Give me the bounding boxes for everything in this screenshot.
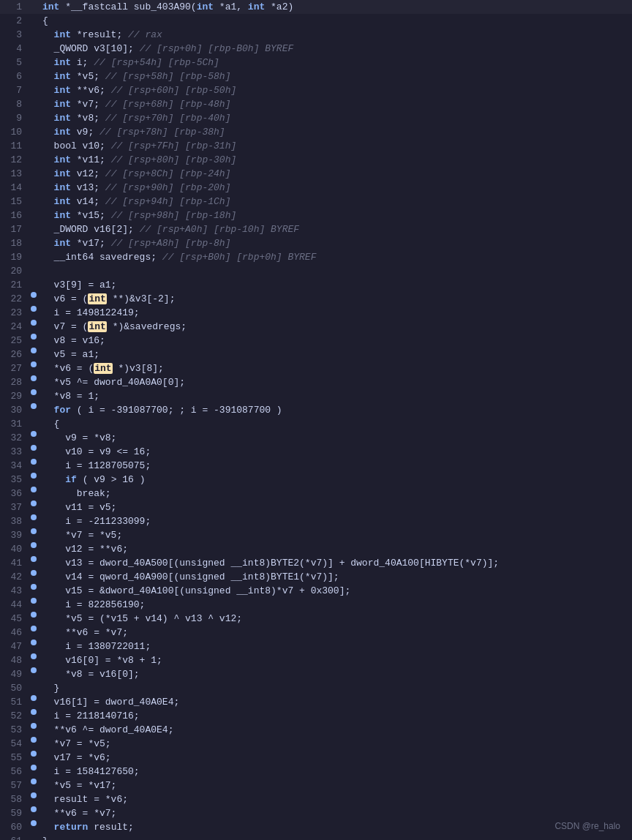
breakpoint-dot[interactable] <box>28 653 40 659</box>
code-text: i = 1128705075; <box>40 459 632 473</box>
breakpoint-dot[interactable] <box>28 528 40 534</box>
table-row: 3 int *result; // rax <box>0 28 632 42</box>
table-row: 24 v7 = (int *)&savedregs; <box>0 320 632 334</box>
breakpoint-dot[interactable] <box>28 514 40 520</box>
table-row: 36 break; <box>0 487 632 500</box>
code-text: } <box>40 834 632 840</box>
breakpoint-dot[interactable] <box>28 334 40 340</box>
table-row: 32 v9 = *v8; <box>0 431 632 445</box>
breakpoint-dot[interactable] <box>28 542 40 548</box>
line-number: 39 <box>0 528 28 542</box>
breakpoint-dot[interactable] <box>28 667 40 673</box>
breakpoint-dot[interactable] <box>28 473 40 479</box>
code-text: int **v6; // [rsp+60h] [rbp-50h] <box>40 83 632 97</box>
line-number: 44 <box>0 598 28 612</box>
breakpoint-dot[interactable] <box>28 348 40 353</box>
table-row: 11 bool v10; // [rsp+7Fh] [rbp-31h] <box>0 139 632 153</box>
breakpoint-dot[interactable] <box>28 361 40 367</box>
breakpoint-dot[interactable] <box>28 751 40 757</box>
code-text: **v6 ^= dword_40A0E4; <box>40 723 632 737</box>
line-number: 50 <box>0 681 28 695</box>
table-row: 61} <box>0 834 632 840</box>
breakpoint-dot[interactable] <box>28 403 40 409</box>
line-number: 5 <box>0 56 28 70</box>
code-text: i = 822856190; <box>40 598 632 612</box>
code-text: *v6 = (int *)v3[8]; <box>40 361 632 375</box>
table-row: 42 v14 = qword_40A900[(unsigned __int8)B… <box>0 570 632 584</box>
table-row: 4 _QWORD v3[10]; // [rsp+0h] [rbp-B0h] B… <box>0 42 632 56</box>
breakpoint-dot[interactable] <box>28 584 40 590</box>
code-text: *v8 = 1; <box>40 389 632 403</box>
table-row: 58 result = *v6; <box>0 792 632 806</box>
line-number: 31 <box>0 417 28 431</box>
line-number: 61 <box>0 834 28 840</box>
breakpoint-dot[interactable] <box>28 459 40 465</box>
code-text: *v7 = *v5; <box>40 528 632 542</box>
code-text: **v6 = *v7; <box>40 806 632 820</box>
code-text: for ( i = -391087700; ; i = -391087700 ) <box>40 403 632 417</box>
line-number: 37 <box>0 500 28 514</box>
breakpoint-dot[interactable] <box>28 292 40 298</box>
code-text: *v8 = v16[0]; <box>40 667 632 681</box>
code-text: return result; <box>40 820 632 834</box>
breakpoint-dot[interactable] <box>28 598 40 604</box>
code-text: v9 = *v8; <box>40 431 632 445</box>
breakpoint-dot[interactable] <box>28 556 40 562</box>
watermark: CSDN @re_halo <box>554 821 620 831</box>
code-text: bool v10; // [rsp+7Fh] [rbp-31h] <box>40 139 632 153</box>
breakpoint-dot[interactable] <box>28 375 40 381</box>
code-text: i = 1380722011; <box>40 640 632 653</box>
code-text: int v14; // [rsp+94h] [rbp-1Ch] <box>40 195 632 209</box>
code-text: int v9; // [rsp+78h] [rbp-38h] <box>40 125 632 139</box>
breakpoint-dot[interactable] <box>28 765 40 770</box>
table-row: 22 v6 = (int **)&v3[-2]; <box>0 292 632 306</box>
code-text: } <box>40 681 632 695</box>
breakpoint-dot[interactable] <box>28 389 40 395</box>
table-row: 40 v12 = **v6; <box>0 542 632 556</box>
line-number: 40 <box>0 542 28 556</box>
breakpoint-dot[interactable] <box>28 723 40 729</box>
table-row: 20 <box>0 264 632 278</box>
breakpoint-dot[interactable] <box>28 570 40 576</box>
line-number: 11 <box>0 139 28 153</box>
breakpoint-dot[interactable] <box>28 709 40 715</box>
line-number: 10 <box>0 125 28 139</box>
breakpoint-dot[interactable] <box>28 431 40 437</box>
breakpoint-dot[interactable] <box>28 737 40 743</box>
breakpoint-dot[interactable] <box>28 445 40 451</box>
table-row: 23 i = 1498122419; <box>0 306 632 320</box>
breakpoint-dot[interactable] <box>28 306 40 312</box>
breakpoint-dot[interactable] <box>28 820 40 826</box>
table-row: 53 **v6 ^= dword_40A0E4; <box>0 723 632 737</box>
code-text: int *v7; // [rsp+68h] [rbp-48h] <box>40 97 632 111</box>
table-row: 14 int v13; // [rsp+90h] [rbp-20h] <box>0 181 632 195</box>
breakpoint-dot[interactable] <box>28 695 40 701</box>
breakpoint-dot[interactable] <box>28 487 40 492</box>
line-number: 46 <box>0 626 28 640</box>
code-text: _DWORD v16[2]; // [rsp+A0h] [rbp-10h] BY… <box>40 222 632 236</box>
line-number: 42 <box>0 570 28 584</box>
line-number: 56 <box>0 765 28 779</box>
breakpoint-dot[interactable] <box>28 792 40 798</box>
table-row: 57 *v5 = *v17; <box>0 779 632 792</box>
breakpoint-dot[interactable] <box>28 500 40 506</box>
table-row: 47 i = 1380722011; <box>0 640 632 653</box>
table-row: 21 v3[9] = a1; <box>0 278 632 292</box>
code-text: v17 = *v6; <box>40 751 632 765</box>
code-text: v5 = a1; <box>40 348 632 361</box>
line-number: 49 <box>0 667 28 681</box>
breakpoint-dot[interactable] <box>28 320 40 326</box>
line-number: 52 <box>0 709 28 723</box>
code-text: v11 = v5; <box>40 500 632 514</box>
code-text: int *v11; // [rsp+80h] [rbp-30h] <box>40 153 632 167</box>
line-number: 43 <box>0 584 28 598</box>
breakpoint-dot[interactable] <box>28 626 40 631</box>
line-number: 34 <box>0 459 28 473</box>
line-number: 18 <box>0 236 28 250</box>
breakpoint-dot[interactable] <box>28 640 40 645</box>
breakpoint-dot[interactable] <box>28 612 40 618</box>
table-row: 41 v13 = dword_40A500[(unsigned __int8)B… <box>0 556 632 570</box>
breakpoint-dot[interactable] <box>28 806 40 812</box>
table-row: 43 v15 = &dword_40A100[(unsigned __int8)… <box>0 584 632 598</box>
breakpoint-dot[interactable] <box>28 779 40 784</box>
